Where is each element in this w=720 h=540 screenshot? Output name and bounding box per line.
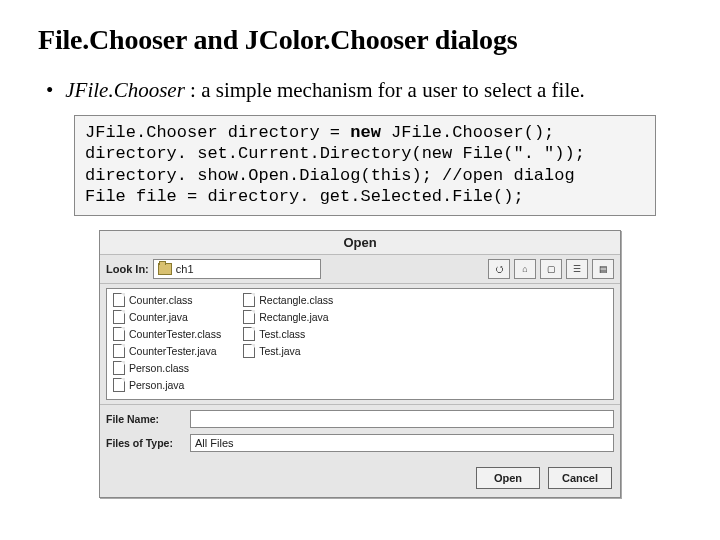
details-view-icon[interactable]: ▤ [592, 259, 614, 279]
file-icon [113, 361, 125, 375]
list-item[interactable]: Person.class [113, 361, 221, 375]
file-icon [113, 378, 125, 392]
dialog-title: Open [100, 231, 620, 255]
lookin-combo[interactable]: ch1 [153, 259, 322, 279]
file-icon [243, 293, 255, 307]
file-icon [113, 293, 125, 307]
file-icon [243, 327, 255, 341]
file-list[interactable]: Counter.class Counter.java CounterTester… [106, 288, 614, 400]
new-folder-icon[interactable]: ▢ [540, 259, 562, 279]
file-icon [113, 344, 125, 358]
list-item[interactable]: CounterTester.java [113, 344, 221, 358]
list-item[interactable]: CounterTester.class [113, 327, 221, 341]
list-item[interactable]: Rectangle.java [243, 310, 333, 324]
slide-title: File.Chooser and JColor.Chooser dialogs [38, 24, 682, 56]
up-one-level-icon[interactable]: ⭯ [488, 259, 510, 279]
list-item[interactable]: Counter.class [113, 293, 221, 307]
file-icon [243, 310, 255, 324]
file-icon [243, 344, 255, 358]
list-item[interactable]: Person.java [113, 378, 221, 392]
cancel-button[interactable]: Cancel [548, 467, 612, 489]
bullet-item: • JFile.Chooser : a simple mechanism for… [46, 78, 682, 103]
file-icon [113, 327, 125, 341]
filetype-label: Files of Type: [106, 437, 184, 449]
list-item[interactable]: Test.java [243, 344, 333, 358]
filename-input[interactable] [190, 410, 614, 428]
filetype-combo[interactable]: All Files [190, 434, 614, 452]
filename-label: File Name: [106, 413, 184, 425]
lookin-label: Look In: [106, 263, 149, 275]
file-chooser-dialog: Open Look In: ch1 ⭯ ⌂ ▢ ☰ ▤ Counter.clas… [99, 230, 621, 498]
list-item[interactable]: Rectangle.class [243, 293, 333, 307]
home-icon[interactable]: ⌂ [514, 259, 536, 279]
list-item[interactable]: Counter.java [113, 310, 221, 324]
list-view-icon[interactable]: ☰ [566, 259, 588, 279]
folder-icon [158, 263, 172, 275]
file-icon [113, 310, 125, 324]
lookin-value: ch1 [176, 263, 194, 275]
code-sample: JFile.Chooser directory = new JFile.Choo… [74, 115, 656, 216]
open-button[interactable]: Open [476, 467, 540, 489]
list-item[interactable]: Test.class [243, 327, 333, 341]
